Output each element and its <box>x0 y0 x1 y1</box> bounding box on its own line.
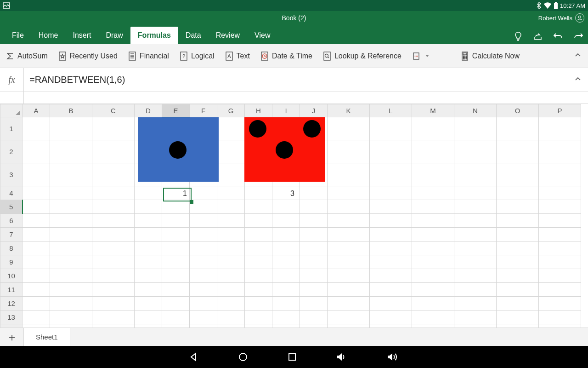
account-area[interactable]: Robert Wells <box>538 13 584 23</box>
back-icon[interactable] <box>188 351 199 362</box>
cell-L7[interactable] <box>370 228 412 242</box>
cell-D6[interactable] <box>135 214 162 228</box>
cell-M1[interactable] <box>412 117 454 140</box>
cell-H4[interactable] <box>245 186 272 200</box>
cell-G14[interactable] <box>217 324 245 328</box>
cell-D4[interactable] <box>135 186 162 200</box>
cell-A13[interactable] <box>23 310 50 324</box>
cell-I4[interactable] <box>272 186 300 200</box>
row-5[interactable]: 5 <box>0 200 23 214</box>
cell-F8[interactable] <box>190 242 217 255</box>
row-6[interactable]: 6 <box>0 214 23 228</box>
cell-O7[interactable] <box>497 228 539 242</box>
cell-G1[interactable] <box>217 117 245 140</box>
cell-B4[interactable] <box>50 186 92 200</box>
cell-P10[interactable] <box>539 269 581 283</box>
cell-G2[interactable] <box>217 140 245 163</box>
col-D[interactable]: D <box>135 104 162 117</box>
cell-D8[interactable] <box>135 242 162 255</box>
row-13[interactable]: 13 <box>0 310 23 324</box>
cell-F9[interactable] <box>190 255 217 269</box>
cell-P6[interactable] <box>539 214 581 228</box>
cell-P14[interactable] <box>539 324 581 328</box>
cell-O4[interactable] <box>497 186 539 200</box>
cell-G5[interactable] <box>217 200 245 214</box>
cell-H7[interactable] <box>245 228 272 242</box>
cell-E8[interactable] <box>162 242 190 255</box>
cell-E9[interactable] <box>162 255 190 269</box>
col-C[interactable]: C <box>92 104 135 117</box>
date-time-button[interactable]: Date & Time <box>260 52 312 61</box>
cell-A6[interactable] <box>23 214 50 228</box>
cell-F5[interactable] <box>190 200 217 214</box>
cell-M9[interactable] <box>412 255 454 269</box>
cell-E6[interactable] <box>162 214 190 228</box>
cell-J12[interactable] <box>300 297 328 310</box>
cell-A7[interactable] <box>23 228 50 242</box>
formula-input[interactable]: =RANDBETWEEN(1,6) <box>24 75 125 85</box>
financial-button[interactable]: Financial <box>128 52 169 61</box>
home-icon[interactable] <box>237 351 249 362</box>
cell-K11[interactable] <box>328 283 370 297</box>
cell-F11[interactable] <box>190 283 217 297</box>
tab-view[interactable]: View <box>247 27 277 44</box>
cell-M2[interactable] <box>412 140 454 163</box>
cell-L8[interactable] <box>370 242 412 255</box>
cell-O6[interactable] <box>497 214 539 228</box>
col-O[interactable]: O <box>497 104 539 117</box>
cell-B8[interactable] <box>50 242 92 255</box>
cell-H6[interactable] <box>245 214 272 228</box>
cell-A5[interactable] <box>23 200 50 214</box>
cell-E12[interactable] <box>162 297 190 310</box>
cell-N11[interactable] <box>454 283 497 297</box>
cell-C4[interactable] <box>92 186 135 200</box>
cell-G13[interactable] <box>217 310 245 324</box>
col-J[interactable]: J <box>300 104 328 117</box>
cell-K5[interactable] <box>328 200 370 214</box>
col-L[interactable]: L <box>370 104 412 117</box>
cell-A14[interactable] <box>23 324 50 328</box>
cell-A10[interactable] <box>23 269 50 283</box>
cell-G12[interactable] <box>217 297 245 310</box>
cell-D9[interactable] <box>135 255 162 269</box>
cell-B7[interactable] <box>50 228 92 242</box>
cell-P7[interactable] <box>539 228 581 242</box>
cell-D12[interactable] <box>135 297 162 310</box>
cell-O9[interactable] <box>497 255 539 269</box>
cell-A3[interactable] <box>23 163 50 186</box>
cell-L12[interactable] <box>370 297 412 310</box>
cell-D5[interactable] <box>135 200 162 214</box>
cell-M14[interactable] <box>412 324 454 328</box>
autosum-button[interactable]: AutoSum <box>6 52 48 61</box>
cell-I7[interactable] <box>272 228 300 242</box>
cell-E7[interactable] <box>162 228 190 242</box>
cell-F7[interactable] <box>190 228 217 242</box>
cell-F13[interactable] <box>190 310 217 324</box>
cell-F14[interactable] <box>190 324 217 328</box>
tab-home[interactable]: Home <box>31 27 66 44</box>
cell-L10[interactable] <box>370 269 412 283</box>
cell-E10[interactable] <box>162 269 190 283</box>
cell-O13[interactable] <box>497 310 539 324</box>
cell-A11[interactable] <box>23 283 50 297</box>
cell-A4[interactable] <box>23 186 50 200</box>
cell-H8[interactable] <box>245 242 272 255</box>
cell-B10[interactable] <box>50 269 92 283</box>
cell-P9[interactable] <box>539 255 581 269</box>
cell-K14[interactable] <box>328 324 370 328</box>
col-F[interactable]: F <box>190 104 217 117</box>
col-E[interactable]: E <box>162 104 190 117</box>
sheet-tab-1[interactable]: Sheet1 <box>24 328 70 346</box>
cell-A12[interactable] <box>23 297 50 310</box>
col-K[interactable]: K <box>328 104 370 117</box>
cell-N6[interactable] <box>454 214 497 228</box>
cell-L2[interactable] <box>370 140 412 163</box>
cell-M3[interactable] <box>412 163 454 186</box>
cell-N12[interactable] <box>454 297 497 310</box>
select-all-corner[interactable] <box>0 104 23 117</box>
cell-J9[interactable] <box>300 255 328 269</box>
col-N[interactable]: N <box>454 104 497 117</box>
cell-N14[interactable] <box>454 324 497 328</box>
cell-K7[interactable] <box>328 228 370 242</box>
cell-C1[interactable] <box>92 117 135 140</box>
